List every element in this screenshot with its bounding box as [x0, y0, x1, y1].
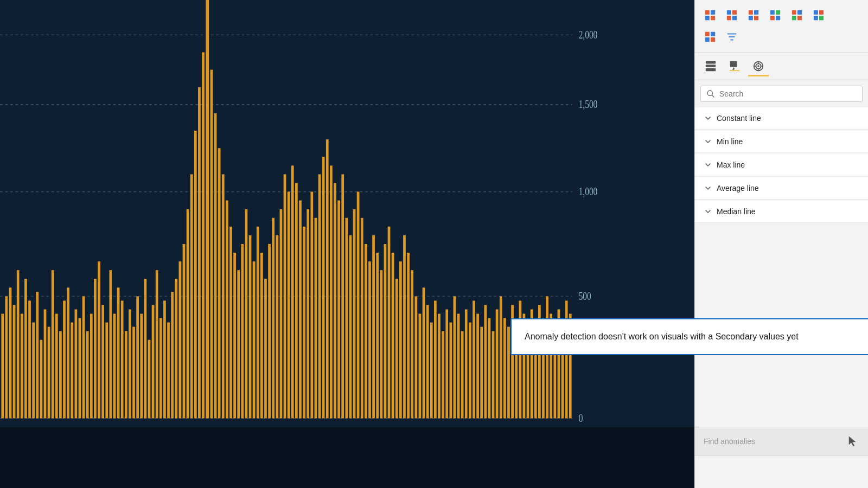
svg-rect-116 — [395, 279, 398, 418]
svg-rect-121 — [414, 296, 417, 418]
constant-line-item[interactable]: Constant line — [695, 107, 868, 130]
svg-rect-36 — [86, 331, 89, 419]
svg-rect-125 — [430, 323, 433, 419]
svg-rect-200 — [705, 32, 710, 36]
paint-format-icon[interactable] — [724, 56, 745, 76]
find-anomalies-button[interactable]: Find anomalies — [704, 437, 755, 446]
svg-rect-163 — [0, 429, 694, 488]
svg-rect-47 — [129, 310, 131, 419]
svg-rect-183 — [776, 10, 780, 15]
analytics-icon[interactable] — [748, 56, 769, 76]
max-line-item[interactable]: Max line — [695, 154, 868, 176]
svg-rect-64 — [194, 131, 197, 418]
svg-rect-210 — [706, 65, 716, 67]
svg-rect-27 — [52, 270, 54, 418]
svg-rect-62 — [187, 209, 189, 419]
svg-rect-22 — [32, 323, 35, 419]
svg-point-216 — [757, 65, 760, 67]
svg-rect-105 — [353, 209, 356, 419]
svg-rect-212 — [730, 61, 737, 67]
svg-rect-118 — [403, 235, 406, 419]
svg-rect-63 — [190, 174, 193, 418]
svg-rect-81 — [260, 253, 263, 418]
svg-rect-197 — [819, 16, 824, 20]
svg-rect-102 — [341, 174, 344, 418]
svg-rect-182 — [770, 10, 775, 15]
svg-rect-25 — [44, 310, 47, 419]
svg-rect-195 — [819, 10, 824, 15]
svg-rect-103 — [345, 218, 348, 419]
min-line-item[interactable]: Min line — [695, 131, 868, 153]
svg-rect-14 — [1, 314, 4, 419]
svg-rect-111 — [376, 253, 379, 418]
svg-rect-98 — [326, 139, 329, 418]
svg-rect-170 — [727, 10, 731, 15]
svg-rect-65 — [198, 87, 201, 419]
svg-rect-211 — [706, 68, 716, 72]
median-line-item[interactable]: Median line — [695, 201, 868, 223]
svg-rect-37 — [90, 314, 93, 419]
average-line-item[interactable]: Average line — [695, 177, 868, 200]
svg-rect-190 — [792, 16, 796, 20]
svg-rect-90 — [295, 183, 298, 419]
chart-icon-1[interactable] — [700, 5, 720, 25]
svg-rect-79 — [253, 261, 256, 418]
svg-rect-21 — [28, 300, 31, 418]
search-input[interactable] — [719, 89, 857, 98]
bottom-divider — [695, 455, 868, 488]
svg-rect-26 — [48, 327, 50, 419]
max-line-label: Max line — [717, 160, 745, 169]
chevron-icon — [704, 184, 712, 192]
chart-area: 2,000 1,500 1,000 500 0 Apr 2019 Jul 201… — [0, 0, 694, 488]
chart-icon-6[interactable] — [809, 5, 828, 25]
svg-rect-52 — [148, 340, 151, 419]
svg-rect-16 — [9, 287, 12, 418]
table-view-icon[interactable] — [700, 56, 721, 76]
svg-rect-49 — [136, 296, 139, 418]
svg-rect-67 — [206, 0, 209, 418]
chart-icon-5[interactable] — [787, 5, 807, 25]
svg-rect-31 — [67, 287, 69, 418]
chart-icon-4[interactable] — [765, 5, 785, 25]
svg-rect-53 — [152, 305, 155, 419]
svg-rect-131 — [454, 296, 456, 418]
chart-icon-2[interactable] — [722, 5, 742, 25]
svg-rect-136 — [473, 300, 475, 418]
svg-rect-45 — [121, 300, 124, 418]
svg-rect-66 — [202, 52, 205, 418]
svg-rect-196 — [814, 16, 818, 20]
sub-toolbar — [695, 53, 868, 80]
search-box[interactable] — [700, 86, 863, 102]
svg-rect-15 — [5, 296, 8, 418]
svg-rect-119 — [407, 253, 410, 418]
svg-rect-126 — [434, 300, 437, 418]
svg-rect-61 — [183, 244, 186, 418]
svg-rect-173 — [732, 16, 737, 20]
svg-rect-133 — [461, 331, 464, 419]
svg-rect-112 — [380, 270, 382, 418]
filter-icon-btn[interactable] — [722, 27, 742, 47]
svg-rect-127 — [438, 314, 441, 419]
cursor-icon — [846, 435, 859, 448]
svg-rect-177 — [754, 10, 758, 15]
tooltip-message: Anomaly detection doesn't work on visual… — [525, 332, 799, 341]
svg-rect-139 — [484, 305, 487, 419]
svg-rect-29 — [59, 331, 62, 419]
svg-rect-78 — [249, 235, 252, 419]
svg-rect-188 — [792, 10, 796, 15]
svg-rect-142 — [496, 310, 499, 419]
svg-rect-74 — [233, 253, 236, 418]
svg-rect-35 — [82, 296, 85, 418]
svg-rect-128 — [442, 331, 444, 419]
svg-rect-87 — [284, 174, 286, 418]
svg-rect-34 — [79, 318, 81, 419]
svg-rect-101 — [337, 201, 340, 419]
svg-rect-82 — [264, 279, 267, 418]
svg-rect-95 — [315, 218, 317, 419]
svg-rect-56 — [163, 300, 166, 418]
svg-rect-41 — [105, 323, 108, 419]
chart-icon-7[interactable] — [700, 27, 720, 47]
svg-rect-122 — [419, 314, 422, 419]
constant-line-label: Constant line — [717, 114, 761, 123]
chart-icon-3[interactable] — [744, 5, 763, 25]
